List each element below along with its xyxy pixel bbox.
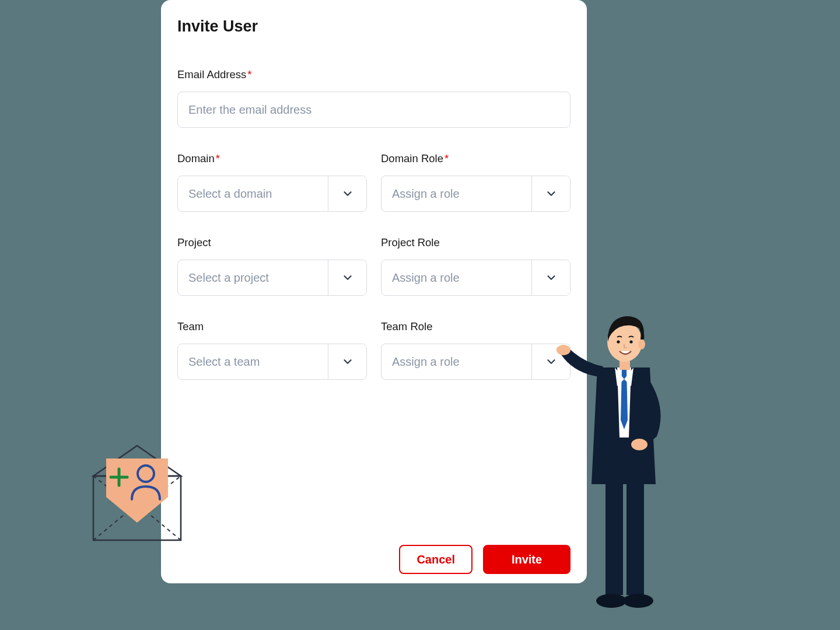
team-field-group: Team Select a team [177,320,367,380]
required-marker: * [444,152,449,164]
team-role-select-placeholder: Assign a role [382,344,531,379]
chevron-down-icon [341,271,354,284]
svg-rect-1 [626,478,644,595]
required-marker: * [247,68,251,80]
team-label: Team [177,320,367,333]
team-role-select[interactable]: Assign a role [381,344,570,380]
team-role-field-group: Team Role Assign a role [381,320,570,380]
svg-rect-0 [606,478,623,595]
team-role-select-toggle[interactable] [531,344,570,379]
project-label: Project [177,236,367,249]
team-select-placeholder: Select a team [178,344,328,379]
team-select-toggle[interactable] [328,344,366,379]
invite-user-modal: Invite User Email Address* Domain* Selec… [161,0,587,583]
domain-role-field-group: Domain Role* Assign a role [381,152,570,212]
project-field-group: Project Select a project [177,236,367,296]
domain-select-placeholder: Select a domain [178,176,328,211]
email-label-text: Email Address [177,68,246,80]
domain-select-toggle[interactable] [328,176,366,211]
cancel-button[interactable]: Cancel [399,545,473,574]
domain-field-group: Domain* Select a domain [177,152,367,212]
svg-point-10 [617,340,620,343]
required-marker: * [216,152,220,164]
email-input[interactable] [177,92,570,128]
domain-label-text: Domain [177,152,215,164]
svg-point-8 [607,322,642,362]
svg-point-4 [631,439,648,450]
team-role-label: Team Role [381,320,570,333]
svg-point-13 [138,466,154,482]
svg-point-2 [596,594,626,608]
domain-role-label-text: Domain Role [381,152,443,164]
project-role-label: Project Role [381,236,570,249]
domain-role-select-placeholder: Assign a role [382,176,531,211]
project-select[interactable]: Select a project [177,260,367,296]
svg-point-3 [623,594,653,608]
modal-actions: Cancel Invite [399,545,570,574]
chevron-down-icon [341,355,354,368]
project-select-toggle[interactable] [328,260,366,295]
domain-select[interactable]: Select a domain [177,176,367,212]
team-select[interactable]: Select a team [177,344,367,380]
chevron-down-icon [545,271,558,284]
domain-role-select[interactable]: Assign a role [381,176,570,212]
project-select-placeholder: Select a project [178,260,328,295]
email-field-group: Email Address* [177,68,570,128]
chevron-down-icon [545,187,558,200]
project-role-field-group: Project Role Assign a role [381,236,570,296]
chevron-down-icon [341,187,354,200]
svg-point-11 [629,340,632,343]
project-role-select-toggle[interactable] [531,260,570,295]
svg-point-9 [638,339,645,349]
domain-role-select-toggle[interactable] [531,176,570,211]
invite-button[interactable]: Invite [483,545,570,574]
project-role-select-placeholder: Assign a role [382,260,531,295]
modal-title: Invite User [177,18,570,36]
domain-role-label: Domain Role* [381,152,570,165]
domain-label: Domain* [177,152,367,165]
email-label: Email Address* [177,68,570,81]
chevron-down-icon [545,355,558,368]
project-role-select[interactable]: Assign a role [381,260,570,296]
svg-rect-7 [620,356,630,370]
